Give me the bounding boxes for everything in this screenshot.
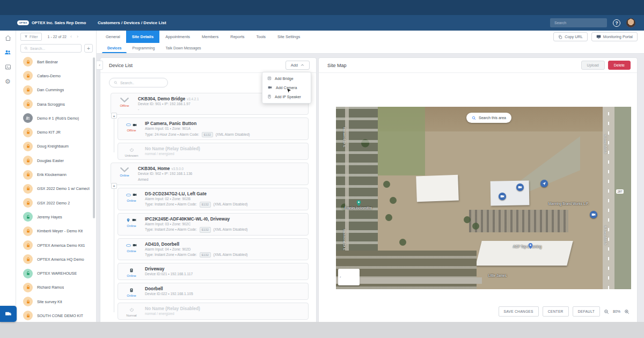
collapse-group-icon[interactable]: ▲	[111, 113, 117, 119]
customer-name: Jeremy Hayes	[37, 215, 62, 219]
customer-item-cafaro-demo[interactable]: Cafaro-Demo	[16, 69, 96, 83]
customer-item-doug-kreighbaum[interactable]: Doug Kreighbaum	[16, 139, 96, 153]
lock-orange-icon	[23, 170, 33, 180]
bridge-row-ckb304-home[interactable]: OnlineCKB304, Homev3.5.0.0Device ID: 902…	[111, 163, 309, 185]
device-search[interactable]	[109, 78, 168, 87]
device-row-driveway[interactable]: OnlineDrivewayDevice ID:021 • 192.168.1.…	[118, 263, 309, 280]
customer-item-demo-kit-jr[interactable]: Demo KIT JR	[16, 125, 96, 139]
menu-item-add-bridge[interactable]: Add Bridge	[262, 74, 311, 83]
prev-page-icon[interactable]: ‹	[69, 34, 73, 39]
copy-url-button[interactable]: Copy URL	[553, 32, 588, 41]
map-terrain-right	[614, 107, 631, 289]
delete-button[interactable]: Delete	[608, 61, 631, 70]
device-row-ad410-doorbell[interactable]: OnlineAD410, DoorbellAlarm Input: 04 • Z…	[118, 238, 309, 261]
device-row-ds-2cd2347g2-lu-left-gate[interactable]: OnlineDS-2CD2347G2-LU, Left GateAlarm In…	[118, 188, 309, 210]
center-button[interactable]: CENTER	[543, 306, 569, 317]
add-customer-button[interactable]: +	[84, 44, 93, 53]
subtab-programming[interactable]: Programming	[127, 43, 160, 53]
home-icon[interactable]	[0, 31, 16, 45]
collapse-group-icon[interactable]: ▲	[111, 183, 117, 189]
alarm-code-badge: E132	[200, 252, 211, 258]
customer-item-gsx-2022-demo-1-w-camect[interactable]: GSX 2022 Demo 1 w/ Camect	[16, 182, 96, 196]
upload-button[interactable]: Upload	[581, 61, 605, 70]
customer-item-kimberli-meyer-demo-kit[interactable]: Kimberli Meyer - Demo Kit	[16, 224, 96, 238]
map-tree	[472, 223, 479, 230]
media-icon[interactable]	[0, 60, 16, 74]
device-title: No Name (Relay Disabled)	[145, 306, 200, 311]
map-inset-toggle[interactable]: ‹	[338, 269, 360, 285]
customer-item-jeremy-hayes[interactable]: Jeremy Hayes	[16, 210, 96, 224]
device-title: No Name (Relay Disabled)	[145, 146, 200, 151]
customer-item-optex-warehouse[interactable]: OPTEX WAREHOUSE	[16, 266, 96, 280]
default-button[interactable]: DEFAULT	[573, 306, 600, 317]
customer-search[interactable]	[20, 44, 82, 53]
device-row-doorbell[interactable]: OnlineDoorbellDevice ID:022 • 192.168.1.…	[118, 283, 309, 300]
tab-tools[interactable]: Tools	[251, 31, 272, 43]
tab-members[interactable]: Members	[196, 31, 224, 43]
tab-site-details[interactable]: Site Details	[126, 31, 159, 43]
customer-item-gsx-2022-demo-2[interactable]: GSX 2022 Demo 2	[16, 196, 96, 210]
device-search-input[interactable]	[120, 81, 163, 85]
map-pin-blue[interactable]	[527, 242, 534, 252]
subtab-talk-down-messages[interactable]: Talk Down Messages	[160, 43, 206, 53]
subtab-devices[interactable]: Devices	[102, 43, 127, 53]
device-title: IPC2K245E-ADF40KMC-WL-I0, Driveway	[145, 216, 248, 222]
tab-reports[interactable]: Reports	[224, 31, 250, 43]
device-row-ip-camera-panic-button[interactable]: OfflineIP Camera, Panic ButtonAlarm Inpu…	[118, 117, 309, 140]
monitor-icon	[596, 34, 601, 39]
customer-search-input[interactable]	[30, 47, 78, 50]
add-device-button[interactable]: Add	[286, 61, 310, 70]
customer-item-site-survey-kit[interactable]: Site survey Kit	[16, 295, 96, 308]
customer-item-richard-ramos[interactable]: Richard Ramos	[16, 281, 96, 295]
customer-item-douglas-easter[interactable]: Douglas Easter	[16, 153, 96, 167]
save-changes-button[interactable]: SAVE CHANGES	[499, 306, 539, 317]
power-device-icon	[129, 146, 134, 153]
brand[interactable]: OPTEX OPTEX Inc. Sales Rep Demo	[17, 20, 86, 25]
help-icon[interactable]: ?	[613, 19, 620, 27]
camera-device-icon	[126, 121, 137, 128]
user-avatar[interactable]	[626, 18, 635, 27]
sidebar-scrollbar[interactable]	[93, 57, 95, 218]
zoom-in-icon[interactable]	[624, 307, 630, 317]
customer-item-bart-bednar[interactable]: Bart Bednar	[16, 55, 96, 69]
map-camera-marker[interactable]	[499, 193, 506, 200]
device-row-no-name-relay-disabled[interactable]: NormalNo Name (Relay Disabled)normal / e…	[118, 303, 309, 320]
device-row-ipc2k245e-adf40kmc-wl-i0-driveway[interactable]: OnlineIPC2K245E-ADF40KMC-WL-I0, Driveway…	[118, 213, 309, 236]
global-search-input[interactable]	[550, 18, 607, 27]
settings-gear-icon[interactable]: ⚙	[0, 74, 16, 89]
customer-item-optex-america-demo-kit1[interactable]: OPTEX America Demo Kit1	[16, 238, 96, 252]
customer-item-erik-klockemann[interactable]: Erik Klockemann	[16, 167, 96, 181]
device-row-no-name-relay-disabled[interactable]: UnknownNo Name (Relay Disabled)normal / …	[118, 143, 309, 160]
device-status: Online	[127, 224, 136, 227]
map-terrain-grass	[378, 107, 425, 175]
customer-item-optex-america-hq-demo[interactable]: OPTEX America HQ Demo	[16, 252, 96, 266]
satellite-map[interactable]: Search this area ‹ 287 Franks locksmiths…	[336, 107, 631, 289]
filter-button[interactable]: Filter	[20, 33, 42, 41]
customer-item-dan-cummings[interactable]: Dan Cummings	[16, 83, 96, 97]
map-pin-teal[interactable]	[355, 199, 362, 209]
map-camera-marker[interactable]	[590, 211, 597, 218]
zoom-out-icon[interactable]	[604, 307, 609, 317]
lock-orange-icon	[23, 254, 33, 264]
copy-icon	[558, 35, 562, 39]
customers-icon[interactable]	[0, 45, 16, 60]
customer-item-south-cone-demo-kit[interactable]: SOUTH CONE DEMO KIT	[16, 308, 96, 322]
next-page-icon[interactable]: ›	[76, 34, 79, 39]
customer-item-demo-1-rob-s-demo[interactable]: Demo # 1 (Rob's Demo)	[16, 111, 96, 125]
collapse-panel-icon[interactable]: ‹	[96, 61, 103, 70]
tab-general[interactable]: General	[100, 31, 126, 43]
camera-chat-widget[interactable]	[0, 306, 17, 322]
monitoring-portal-button[interactable]: Monitoring Portal	[591, 32, 638, 41]
device-title: CKB304, Homev3.5.0.0	[138, 166, 192, 171]
customer-item-dana-scroggins[interactable]: Dana Scroggins	[16, 97, 96, 111]
customer-name: Site survey Kit	[37, 299, 62, 304]
bridge-children: ▲OfflineIP Camera, Panic ButtonAlarm Inp…	[118, 117, 309, 160]
speaker-device-icon	[129, 286, 134, 293]
customer-name: Richard Ramos	[37, 285, 64, 290]
tab-appointments[interactable]: Appointments	[159, 31, 196, 43]
map-camera-marker[interactable]	[516, 183, 524, 191]
map-direction-marker[interactable]	[540, 180, 548, 187]
search-this-area-button[interactable]: Search this area	[466, 113, 511, 123]
lock-orange-icon	[23, 311, 33, 320]
tab-site-settings[interactable]: Site Settings	[272, 31, 306, 43]
